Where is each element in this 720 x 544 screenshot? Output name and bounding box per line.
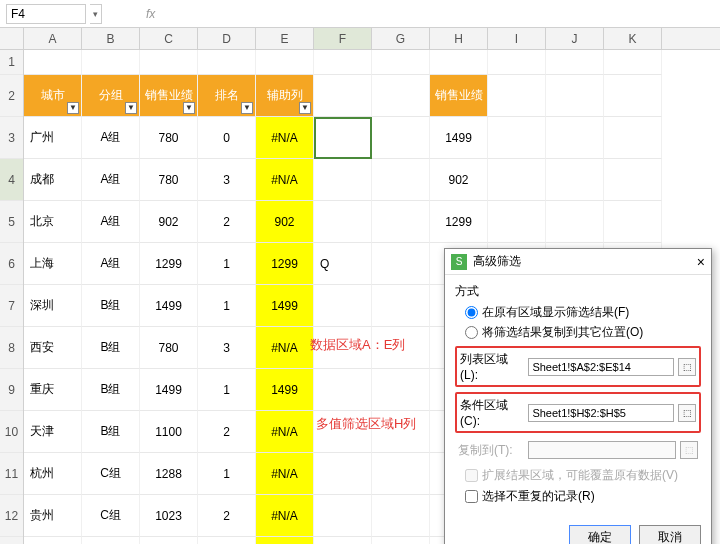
cell[interactable]: 销售业绩▼ bbox=[140, 75, 198, 117]
cell[interactable]: 1288 bbox=[140, 453, 198, 495]
cell[interactable] bbox=[604, 75, 662, 117]
cell[interactable] bbox=[314, 495, 372, 537]
cell[interactable]: 3 bbox=[198, 537, 256, 544]
cell[interactable]: 成都 bbox=[24, 159, 82, 201]
cell[interactable] bbox=[488, 201, 546, 243]
cell[interactable]: B组 bbox=[82, 327, 140, 369]
cell[interactable] bbox=[314, 285, 372, 327]
cell[interactable] bbox=[314, 537, 372, 544]
row-5[interactable]: 5 bbox=[0, 201, 23, 243]
cell[interactable]: 1499 bbox=[140, 369, 198, 411]
row-11[interactable]: 11 bbox=[0, 453, 23, 495]
cell[interactable]: 西安 bbox=[24, 327, 82, 369]
cell[interactable]: 城市▼ bbox=[24, 75, 82, 117]
cell[interactable] bbox=[546, 50, 604, 75]
cell[interactable]: 780 bbox=[140, 117, 198, 159]
row-2[interactable]: 2 bbox=[0, 75, 23, 117]
cell[interactable] bbox=[314, 75, 372, 117]
cell[interactable]: 1299 bbox=[430, 201, 488, 243]
cell[interactable] bbox=[372, 159, 430, 201]
col-k[interactable]: K bbox=[604, 28, 662, 49]
cell[interactable]: 排名▼ bbox=[198, 75, 256, 117]
cell[interactable] bbox=[314, 50, 372, 75]
cell[interactable]: 分组▼ bbox=[82, 75, 140, 117]
row-6[interactable]: 6 bbox=[0, 243, 23, 285]
cell[interactable]: 1023 bbox=[140, 495, 198, 537]
row-12[interactable]: 12 bbox=[0, 495, 23, 537]
row-10[interactable]: 10 bbox=[0, 411, 23, 453]
cell[interactable]: B组 bbox=[82, 369, 140, 411]
cell[interactable]: B组 bbox=[82, 411, 140, 453]
cell[interactable] bbox=[546, 159, 604, 201]
col-e[interactable]: E bbox=[256, 28, 314, 49]
name-box-dropdown[interactable]: ▾ bbox=[90, 4, 102, 24]
cell[interactable] bbox=[604, 201, 662, 243]
list-range-input[interactable] bbox=[528, 358, 674, 376]
cell[interactable]: A组 bbox=[82, 243, 140, 285]
row-1[interactable]: 1 bbox=[0, 50, 23, 75]
cell[interactable] bbox=[314, 201, 372, 243]
cell[interactable]: #N/A bbox=[256, 327, 314, 369]
cell[interactable] bbox=[546, 75, 604, 117]
cell[interactable]: 902 bbox=[256, 201, 314, 243]
cell[interactable]: 1 bbox=[198, 369, 256, 411]
cell[interactable]: 1100 bbox=[140, 411, 198, 453]
cell[interactable]: 2 bbox=[198, 411, 256, 453]
cell[interactable]: 902 bbox=[140, 201, 198, 243]
cell[interactable]: 780 bbox=[140, 159, 198, 201]
cell[interactable]: 宁夏 bbox=[24, 537, 82, 544]
cell[interactable] bbox=[546, 117, 604, 159]
name-box[interactable]: F4 bbox=[6, 4, 86, 24]
filter-dropdown-icon[interactable]: ▼ bbox=[67, 102, 79, 114]
cell[interactable]: 贵州 bbox=[24, 495, 82, 537]
cell[interactable] bbox=[372, 285, 430, 327]
cell[interactable]: 广州 bbox=[24, 117, 82, 159]
cell[interactable]: Q bbox=[314, 243, 372, 285]
cell[interactable]: 2 bbox=[198, 495, 256, 537]
col-j[interactable]: J bbox=[546, 28, 604, 49]
col-d[interactable]: D bbox=[198, 28, 256, 49]
cell[interactable]: C组 bbox=[82, 495, 140, 537]
cell[interactable]: 3 bbox=[198, 159, 256, 201]
cell[interactable] bbox=[24, 50, 82, 75]
cell[interactable]: 1 bbox=[198, 285, 256, 327]
cell[interactable] bbox=[82, 50, 140, 75]
col-c[interactable]: C bbox=[140, 28, 198, 49]
row-3[interactable]: 3 bbox=[0, 117, 23, 159]
cell[interactable]: B组 bbox=[82, 285, 140, 327]
cell[interactable] bbox=[314, 117, 372, 159]
cell[interactable] bbox=[372, 537, 430, 544]
cell[interactable]: C组 bbox=[82, 537, 140, 544]
cell[interactable] bbox=[488, 75, 546, 117]
cell[interactable] bbox=[372, 75, 430, 117]
cell[interactable] bbox=[604, 50, 662, 75]
cell[interactable] bbox=[488, 50, 546, 75]
filter-dropdown-icon[interactable]: ▼ bbox=[125, 102, 137, 114]
cell[interactable] bbox=[488, 159, 546, 201]
radio-copy-other[interactable]: 将筛选结果复制到其它位置(O) bbox=[465, 324, 701, 341]
filter-dropdown-icon[interactable]: ▼ bbox=[299, 102, 311, 114]
cell[interactable]: 上海 bbox=[24, 243, 82, 285]
row-7[interactable]: 7 bbox=[0, 285, 23, 327]
col-g[interactable]: G bbox=[372, 28, 430, 49]
cell[interactable] bbox=[372, 369, 430, 411]
cell[interactable] bbox=[372, 495, 430, 537]
cell[interactable]: 销售业绩 bbox=[430, 75, 488, 117]
cell[interactable] bbox=[604, 117, 662, 159]
cell[interactable]: A组 bbox=[82, 117, 140, 159]
col-f[interactable]: F bbox=[314, 28, 372, 49]
col-b[interactable]: B bbox=[82, 28, 140, 49]
cell[interactable] bbox=[314, 159, 372, 201]
row-4[interactable]: 4 bbox=[0, 159, 23, 201]
cell[interactable]: #N/A bbox=[256, 453, 314, 495]
cell[interactable] bbox=[372, 201, 430, 243]
cell[interactable]: 2 bbox=[198, 201, 256, 243]
cell[interactable]: 902 bbox=[430, 159, 488, 201]
cell[interactable]: #N/A bbox=[256, 537, 314, 544]
cell[interactable]: C组 bbox=[82, 453, 140, 495]
cell[interactable]: 3 bbox=[198, 327, 256, 369]
criteria-range-picker[interactable]: ⬚ bbox=[678, 404, 696, 422]
cell[interactable]: #N/A bbox=[256, 411, 314, 453]
cell[interactable]: A组 bbox=[82, 159, 140, 201]
filter-dropdown-icon[interactable]: ▼ bbox=[183, 102, 195, 114]
